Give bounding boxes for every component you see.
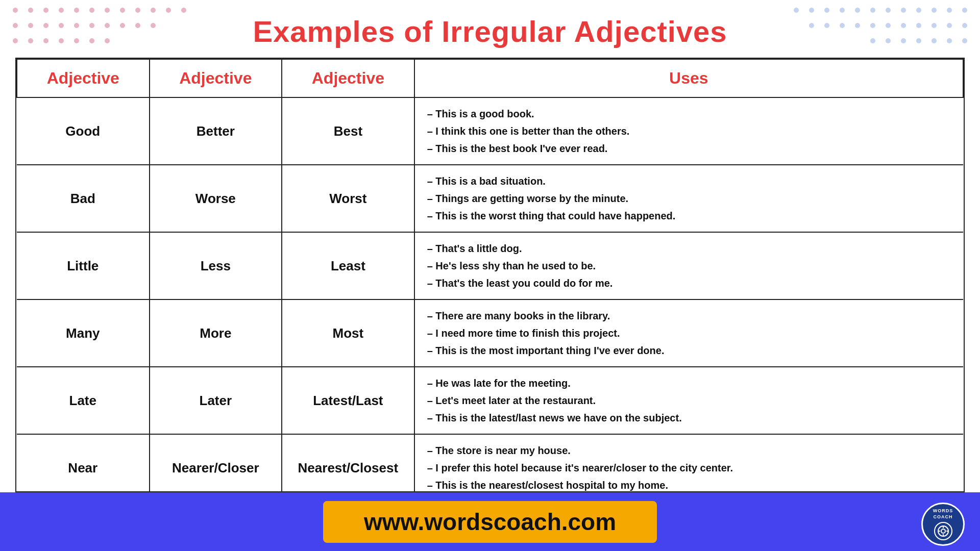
table-container: Adjective Adjective Adjective Uses GoodB… xyxy=(15,58,965,492)
base-adjective: Late xyxy=(17,367,150,434)
table-row: NearNearer/CloserNearest/Closest– The st… xyxy=(17,434,963,492)
uses-cell: – There are many books in the library.– … xyxy=(414,299,963,367)
use-example: – There are many books in the library. xyxy=(427,307,951,324)
base-adjective: Little xyxy=(17,232,150,299)
header-col2: Adjective xyxy=(150,59,282,97)
uses-cell: – That's a little dog.– He's less shy th… xyxy=(414,232,963,299)
base-adjective: Many xyxy=(17,299,150,367)
table-row: LittleLessLeast– That's a little dog.– H… xyxy=(17,232,963,299)
header-col3: Adjective xyxy=(282,59,414,97)
base-adjective: Bad xyxy=(17,165,150,232)
footer-url: www.wordscoach.com xyxy=(364,508,616,536)
superlative-adjective: Best xyxy=(282,97,414,165)
comparative-adjective: Worse xyxy=(150,165,282,232)
use-example: – That's a little dog. xyxy=(427,240,951,257)
use-example: – Let's meet later at the restaurant. xyxy=(427,392,951,409)
watermark-text: WORDSCOACH xyxy=(933,508,953,520)
footer: www.wordscoach.com WORDSCOACH xyxy=(0,492,980,551)
comparative-adjective: Better xyxy=(150,97,282,165)
svg-point-60 xyxy=(941,529,945,533)
header-col1: Adjective xyxy=(17,59,150,97)
table-row: BadWorseWorst– This is a bad situation.–… xyxy=(17,165,963,232)
comparative-adjective: More xyxy=(150,299,282,367)
use-example: – This is the best book I've ever read. xyxy=(427,140,951,157)
table-header-row: Adjective Adjective Adjective Uses xyxy=(17,59,963,97)
use-example: – This is the nearest/closest hospital t… xyxy=(427,477,951,492)
page-wrapper: Examples of Irregular Adjectives Adjecti… xyxy=(0,0,980,551)
comparative-adjective: Nearer/Closer xyxy=(150,434,282,492)
use-example: – He's less shy than he used to be. xyxy=(427,257,951,274)
uses-cell: – This is a bad situation.– Things are g… xyxy=(414,165,963,232)
use-example: – I prefer this hotel because it's neare… xyxy=(427,459,951,477)
superlative-adjective: Most xyxy=(282,299,414,367)
comparative-adjective: Later xyxy=(150,367,282,434)
use-example: – This is a good book. xyxy=(427,105,951,122)
table-row: LateLaterLatest/Last– He was late for th… xyxy=(17,367,963,434)
uses-cell: – He was late for the meeting.– Let's me… xyxy=(414,367,963,434)
base-adjective: Good xyxy=(17,97,150,165)
use-example: – I need more time to finish this projec… xyxy=(427,324,951,342)
uses-cell: – This is a good book.– I think this one… xyxy=(414,97,963,165)
superlative-adjective: Latest/Last xyxy=(282,367,414,434)
use-example: – Things are getting worse by the minute… xyxy=(427,190,951,207)
use-example: – I think this one is better than the ot… xyxy=(427,122,951,140)
superlative-adjective: Nearest/Closest xyxy=(282,434,414,492)
superlative-adjective: Least xyxy=(282,232,414,299)
comparative-adjective: Less xyxy=(150,232,282,299)
use-example: – That's the least you could do for me. xyxy=(427,274,951,292)
base-adjective: Near xyxy=(17,434,150,492)
use-example: – He was late for the meeting. xyxy=(427,374,951,392)
uses-cell: – The store is near my house.– I prefer … xyxy=(414,434,963,492)
adjectives-table: Adjective Adjective Adjective Uses GoodB… xyxy=(16,59,964,492)
use-example: – This is the most important thing I've … xyxy=(427,342,951,359)
watermark-icon xyxy=(934,522,952,540)
footer-url-box: www.wordscoach.com xyxy=(323,501,657,543)
table-row: GoodBetterBest– This is a good book.– I … xyxy=(17,97,963,165)
use-example: – This is the latest/last news we have o… xyxy=(427,409,951,427)
use-example: – The store is near my house. xyxy=(427,442,951,459)
use-example: – This is a bad situation. xyxy=(427,172,951,190)
header-uses: Uses xyxy=(414,59,963,97)
use-example: – This is the worst thing that could hav… xyxy=(427,207,951,224)
superlative-adjective: Worst xyxy=(282,165,414,232)
table-row: ManyMoreMost– There are many books in th… xyxy=(17,299,963,367)
title-section: Examples of Irregular Adjectives xyxy=(0,0,980,58)
watermark: WORDSCOACH xyxy=(921,503,965,546)
page-title: Examples of Irregular Adjectives xyxy=(0,14,980,48)
